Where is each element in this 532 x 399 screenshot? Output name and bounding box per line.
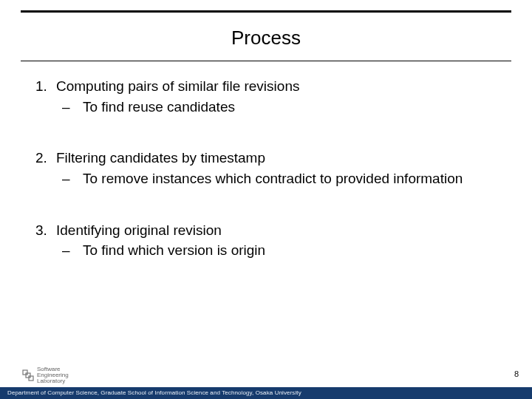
title-underline bbox=[21, 61, 511, 61]
sub-text: To remove instances which contradict to … bbox=[83, 169, 463, 188]
sub-text: To find reuse candidates bbox=[83, 98, 235, 117]
item-number: 2. bbox=[35, 149, 56, 168]
dash-bullet: – bbox=[62, 98, 83, 117]
sub-text: To find which version is origin bbox=[83, 241, 265, 260]
spacer bbox=[35, 116, 502, 149]
item-text: Computing pairs of similar file revision… bbox=[56, 77, 299, 96]
dash-bullet: – bbox=[62, 241, 83, 260]
spacer bbox=[35, 188, 502, 221]
numbered-line: 2. Filtering candidates by timestamp bbox=[35, 149, 502, 168]
slide-title: Process bbox=[0, 27, 532, 50]
sub-line: – To remove instances which contradict t… bbox=[62, 169, 502, 188]
dash-bullet: – bbox=[62, 169, 83, 188]
top-rule bbox=[21, 10, 511, 13]
slide: Process 1. Computing pairs of similar fi… bbox=[0, 0, 532, 399]
page-number: 8 bbox=[514, 369, 519, 378]
svg-rect-2 bbox=[29, 376, 33, 381]
footer-text: Department of Computer Science, Graduate… bbox=[7, 389, 301, 396]
list-item: 3. Identifying original revision – To fi… bbox=[35, 221, 502, 260]
list-item: 2. Filtering candidates by timestamp – T… bbox=[35, 149, 502, 188]
item-number: 3. bbox=[35, 221, 56, 240]
logo-line3: Laboratory bbox=[37, 378, 65, 384]
numbered-line: 3. Identifying original revision bbox=[35, 221, 502, 240]
item-text: Identifying original revision bbox=[56, 221, 222, 240]
item-number: 1. bbox=[35, 77, 56, 96]
lab-logo: Software Engineering Laboratory bbox=[22, 366, 69, 384]
sub-line: – To find which version is origin bbox=[62, 241, 502, 260]
footer-bar: Department of Computer Science, Graduate… bbox=[0, 387, 532, 399]
slide-body: 1. Computing pairs of similar file revis… bbox=[35, 77, 502, 260]
numbered-line: 1. Computing pairs of similar file revis… bbox=[35, 77, 502, 96]
logo-icon bbox=[22, 369, 34, 381]
svg-rect-1 bbox=[26, 373, 30, 378]
item-text: Filtering candidates by timestamp bbox=[56, 149, 265, 168]
list-item: 1. Computing pairs of similar file revis… bbox=[35, 77, 502, 116]
sub-line: – To find reuse candidates bbox=[62, 98, 502, 117]
logo-text: Software Engineering Laboratory bbox=[37, 366, 69, 384]
svg-rect-0 bbox=[23, 370, 27, 375]
